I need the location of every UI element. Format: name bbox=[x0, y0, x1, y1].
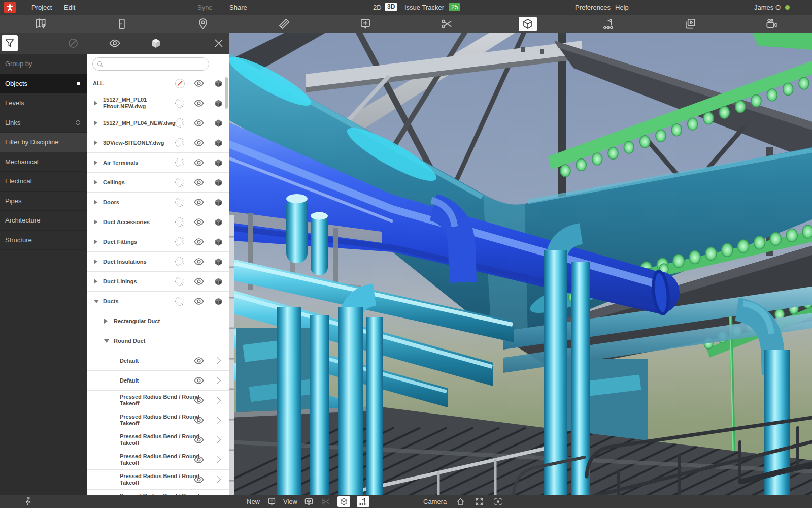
toolbar-sheet-map-icon[interactable] bbox=[0, 15, 81, 33]
user-menu[interactable]: James O bbox=[754, 0, 790, 15]
view-label[interactable]: View bbox=[283, 498, 297, 505]
visibility-eye-icon[interactable] bbox=[192, 157, 206, 168]
dashed-circle-icon[interactable] bbox=[175, 158, 184, 167]
sidebar-item-mechanical[interactable]: Mechanical bbox=[0, 152, 87, 172]
section-cut-icon[interactable] bbox=[321, 497, 331, 507]
chevron-right-icon[interactable] bbox=[214, 476, 221, 483]
toolbar-add-issue-pin-icon[interactable] bbox=[325, 15, 406, 33]
sidebar-item-pipes[interactable]: Pipes bbox=[0, 192, 87, 211]
menu-help[interactable]: Help bbox=[615, 0, 629, 15]
expand-chevron-icon[interactable] bbox=[211, 437, 225, 442]
expand-arrow-icon[interactable] bbox=[104, 319, 108, 324]
selection-circle-icon[interactable] bbox=[173, 198, 187, 207]
selection-circle-icon[interactable] bbox=[173, 217, 187, 227]
chevron-right-icon[interactable] bbox=[214, 417, 221, 424]
chevron-right-icon[interactable] bbox=[214, 436, 221, 443]
view-eye-bubble-icon[interactable] bbox=[304, 497, 314, 507]
chevron-right-icon[interactable] bbox=[214, 357, 221, 364]
menu-issue-tracker[interactable]: Issue Tracker bbox=[404, 0, 444, 15]
visibility-eye-icon[interactable] bbox=[192, 236, 206, 247]
menu-sync[interactable]: Sync bbox=[197, 0, 212, 15]
tree-row[interactable]: Rectangular Duct bbox=[87, 311, 229, 331]
dashed-circle-icon[interactable] bbox=[175, 198, 184, 207]
expand-arrow-icon[interactable] bbox=[94, 279, 97, 284]
expand-chevron-icon[interactable] bbox=[211, 358, 225, 363]
expand-arrow-icon[interactable] bbox=[94, 160, 97, 165]
expand-chevron-icon[interactable] bbox=[211, 457, 225, 462]
visibility-eye-icon[interactable] bbox=[192, 454, 206, 465]
expand-chevron-icon[interactable] bbox=[211, 378, 225, 383]
toolbar-objects-cube-icon[interactable] bbox=[487, 15, 568, 33]
selection-circle-icon[interactable] bbox=[173, 138, 187, 147]
tree-row[interactable]: 15127_MH_PL04_NEW.dwg bbox=[87, 113, 229, 133]
sidebar-item-levels[interactable]: Levels bbox=[0, 93, 87, 113]
dashed-circle-icon[interactable] bbox=[175, 99, 184, 108]
selection-circle-icon[interactable] bbox=[173, 118, 187, 128]
selection-circle-icon[interactable] bbox=[173, 237, 187, 246]
tree-row[interactable]: Default bbox=[87, 351, 229, 371]
toolbar-door-icon[interactable] bbox=[81, 15, 162, 33]
isolate-cube-icon[interactable] bbox=[211, 138, 225, 148]
track-icon[interactable] bbox=[357, 496, 369, 507]
dashed-circle-icon[interactable] bbox=[175, 257, 184, 266]
isolate-cube-icon[interactable] bbox=[211, 277, 225, 287]
isolate-cube-icon[interactable] bbox=[211, 237, 225, 247]
mode-3d-button[interactable]: 3D bbox=[385, 3, 397, 11]
dashed-circle-icon[interactable] bbox=[175, 118, 184, 128]
chevron-right-icon[interactable] bbox=[214, 456, 221, 463]
isolate-cube-icon[interactable] bbox=[211, 79, 225, 88]
visibility-eye-icon[interactable] bbox=[192, 177, 206, 188]
tree-row[interactable]: Duct Fittings bbox=[87, 232, 229, 252]
selection-circle-icon[interactable] bbox=[173, 277, 187, 286]
tree-row[interactable]: Duct Accessories bbox=[87, 212, 229, 232]
tree-row[interactable]: Pressed Radius Bend / RoundTakeoff bbox=[87, 490, 229, 495]
menu-preferences[interactable]: Preferences bbox=[575, 0, 611, 15]
tree-row[interactable]: ALL bbox=[87, 74, 229, 93]
viewport-3d[interactable] bbox=[229, 33, 812, 495]
visibility-eye-icon[interactable] bbox=[192, 216, 206, 228]
visibility-eye-icon[interactable] bbox=[192, 395, 206, 406]
menu-edit[interactable]: Edit bbox=[64, 0, 75, 15]
dashed-circle-icon[interactable] bbox=[175, 237, 184, 246]
expand-chevron-icon[interactable] bbox=[211, 398, 225, 403]
expand-arrow-icon[interactable] bbox=[94, 180, 97, 185]
tree-row[interactable]: Duct Linings bbox=[87, 272, 229, 292]
dashed-circle-icon[interactable] bbox=[175, 138, 184, 147]
sidebar-item-structure[interactable]: Structure bbox=[0, 231, 87, 250]
isolate-cube-icon[interactable] bbox=[211, 118, 225, 128]
tree-row[interactable]: Pressed Radius Bend / RoundTakeoff bbox=[87, 430, 229, 450]
tree-row[interactable]: Pressed Radius Bend / RoundTakeoff bbox=[87, 450, 229, 470]
expand-arrow-icon[interactable] bbox=[94, 219, 97, 225]
sidebar-item-electrical[interactable]: Electrical bbox=[0, 172, 87, 192]
dashed-circle-icon[interactable] bbox=[175, 277, 184, 286]
clear-selection-icon[interactable] bbox=[67, 37, 79, 49]
toolbar-media-frames-icon[interactable] bbox=[650, 15, 731, 33]
dashed-circle-icon[interactable] bbox=[175, 217, 184, 227]
isolate-cube-icon[interactable] bbox=[211, 297, 225, 306]
visibility-eye-icon[interactable] bbox=[192, 197, 206, 208]
collapse-arrow-icon[interactable] bbox=[104, 339, 109, 343]
tree-row[interactable]: 15127_MH_PL01Fitout-NEW.dwg bbox=[87, 93, 229, 113]
visibility-eye-icon[interactable] bbox=[192, 434, 206, 446]
visibility-eye-icon[interactable] bbox=[192, 375, 206, 386]
isolate-cube-icon[interactable] bbox=[211, 158, 225, 168]
isolate-cube-icon[interactable] bbox=[211, 99, 225, 108]
fullscreen-icon[interactable] bbox=[474, 497, 484, 507]
screenshot-icon[interactable] bbox=[493, 497, 503, 507]
tree-row[interactable]: Default bbox=[87, 371, 229, 391]
expand-chevron-icon[interactable] bbox=[211, 418, 225, 423]
sidebar-item-links[interactable]: Links bbox=[0, 113, 87, 133]
chevron-right-icon[interactable] bbox=[214, 377, 221, 384]
tree-row[interactable]: Round Duct bbox=[87, 331, 229, 351]
menu-project[interactable]: Project bbox=[31, 0, 52, 15]
toolbar-location-pin-icon[interactable] bbox=[162, 15, 244, 33]
toolbar-camera-collab-icon[interactable] bbox=[731, 15, 812, 33]
selection-circle-icon[interactable] bbox=[173, 257, 187, 266]
visibility-eye-icon[interactable] bbox=[192, 117, 206, 129]
selection-circle-icon[interactable] bbox=[173, 297, 187, 306]
expand-chevron-icon[interactable] bbox=[211, 477, 225, 482]
visibility-eye-icon[interactable] bbox=[192, 276, 206, 287]
visibility-eye-icon[interactable] bbox=[192, 355, 206, 366]
isolate-cube-icon[interactable] bbox=[211, 198, 225, 207]
tree-row[interactable]: Duct Insulations bbox=[87, 252, 229, 272]
